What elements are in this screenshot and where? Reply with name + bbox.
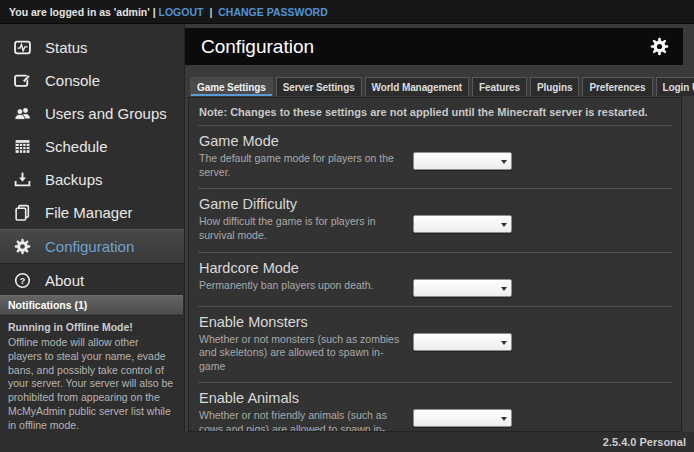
tab-preferences[interactable]: Preferences <box>582 77 652 96</box>
sidebar-menu: Status Console Users and Groups Schedule <box>0 24 184 297</box>
enable-animals-select[interactable] <box>413 409 512 427</box>
setting-name: Enable Animals <box>199 390 409 406</box>
sidebar-item-label: Backups <box>45 171 103 188</box>
sidebar-item-label: Schedule <box>45 138 108 155</box>
restart-note: Note: Changes to these settings are not … <box>198 103 672 126</box>
setting-description: Whether or not monsters (such as zombies… <box>199 333 404 374</box>
file-manager-icon <box>14 204 31 221</box>
sidebar-item-users-and-groups[interactable]: Users and Groups <box>0 97 184 130</box>
notification-title: Running in Offline Mode! <box>8 321 175 335</box>
sidebar-item-status[interactable]: Status <box>0 31 184 64</box>
chevron-down-icon <box>501 160 507 164</box>
question-circle-icon: ? <box>14 272 31 289</box>
sidebar-item-label: File Manager <box>45 204 133 221</box>
notifications-panel: Notifications (1) Running in Offline Mod… <box>0 295 183 441</box>
sidebar-item-configuration[interactable]: Configuration <box>0 229 184 264</box>
game-difficulty-select[interactable] <box>413 215 512 233</box>
setting-description: The default game mode for players on the… <box>199 152 404 179</box>
console-icon <box>14 72 31 89</box>
sidebar-item-file-manager[interactable]: File Manager <box>0 196 184 229</box>
gear-icon[interactable] <box>650 37 669 56</box>
notifications-header: Notifications (1) <box>0 295 183 315</box>
users-icon <box>14 105 31 122</box>
setting-row: Enable Monsters Whether or not monsters … <box>198 307 672 384</box>
version-label: 2.5.4.0 Personal <box>603 436 686 448</box>
config-tabs: Game Settings Server Settings World Mana… <box>190 77 694 96</box>
status-icon <box>14 39 31 56</box>
notifications-body: Running in Offline Mode! Offline mode wi… <box>0 315 183 441</box>
setting-row: Game Difficulty How difficult the game i… <box>198 189 672 252</box>
chevron-down-icon <box>501 287 507 291</box>
sidebar-item-label: Status <box>45 39 88 56</box>
logged-in-text: You are logged in as 'admin' | <box>9 6 156 18</box>
hardcore-mode-select[interactable] <box>413 279 512 297</box>
setting-name: Game Mode <box>199 133 409 149</box>
footer: 2.5.4.0 Personal <box>0 432 694 452</box>
setting-row: Hardcore Mode Permanently ban players up… <box>198 253 672 307</box>
sidebar-item-console[interactable]: Console <box>0 64 184 97</box>
tab-server-settings[interactable]: Server Settings <box>276 77 362 96</box>
setting-row: Game Mode The default game mode for play… <box>198 126 672 189</box>
sidebar: Status Console Users and Groups Schedule <box>0 24 185 452</box>
backups-icon <box>14 171 31 188</box>
game-settings-panel: Note: Changes to these settings are not … <box>188 97 682 432</box>
mcmyadmin-window: You are logged in as 'admin' | LOGOUT | … <box>0 0 694 452</box>
sidebar-item-backups[interactable]: Backups <box>0 163 184 196</box>
tab-game-settings[interactable]: Game Settings <box>190 77 273 96</box>
setting-description: Whether or not friendly animals (such as… <box>199 409 404 432</box>
schedule-icon <box>14 138 31 155</box>
chevron-down-icon <box>501 223 507 227</box>
sidebar-item-schedule[interactable]: Schedule <box>0 130 184 163</box>
setting-name: Hardcore Mode <box>199 260 409 276</box>
page-header: Configuration <box>185 28 683 65</box>
setting-description: Permanently ban players upon death. <box>199 279 404 293</box>
logout-link[interactable]: LOGOUT <box>159 6 204 18</box>
sidebar-item-label: About <box>45 272 84 289</box>
sidebar-item-label: Users and Groups <box>45 105 167 122</box>
chevron-down-icon <box>501 417 507 421</box>
svg-text:?: ? <box>20 276 26 286</box>
game-mode-select[interactable] <box>413 152 512 170</box>
setting-name: Enable Monsters <box>199 314 409 330</box>
tab-login-users[interactable]: Login Users <box>656 77 694 96</box>
sidebar-item-label: Console <box>45 72 100 89</box>
tab-features[interactable]: Features <box>472 77 527 96</box>
sidebar-item-label: Configuration <box>45 238 134 255</box>
topbar: You are logged in as 'admin' | LOGOUT | … <box>0 0 694 24</box>
enable-monsters-select[interactable] <box>413 333 512 351</box>
tab-plugins[interactable]: Plugins <box>530 77 579 96</box>
setting-row: Enable Animals Whether or not friendly a… <box>198 383 672 432</box>
gear-icon <box>14 238 31 255</box>
notification-text: Offline mode will allow other players to… <box>8 336 175 433</box>
change-password-link[interactable]: CHANGE PASSWORD <box>218 6 327 18</box>
setting-description: How difficult the game is for players in… <box>199 215 404 242</box>
topbar-separator: | <box>209 6 212 18</box>
sidebar-item-about[interactable]: ? About <box>0 264 184 297</box>
tab-world-management[interactable]: World Management <box>365 77 469 96</box>
page-title: Configuration <box>201 36 650 58</box>
chevron-down-icon <box>501 341 507 345</box>
setting-name: Game Difficulty <box>199 196 409 212</box>
